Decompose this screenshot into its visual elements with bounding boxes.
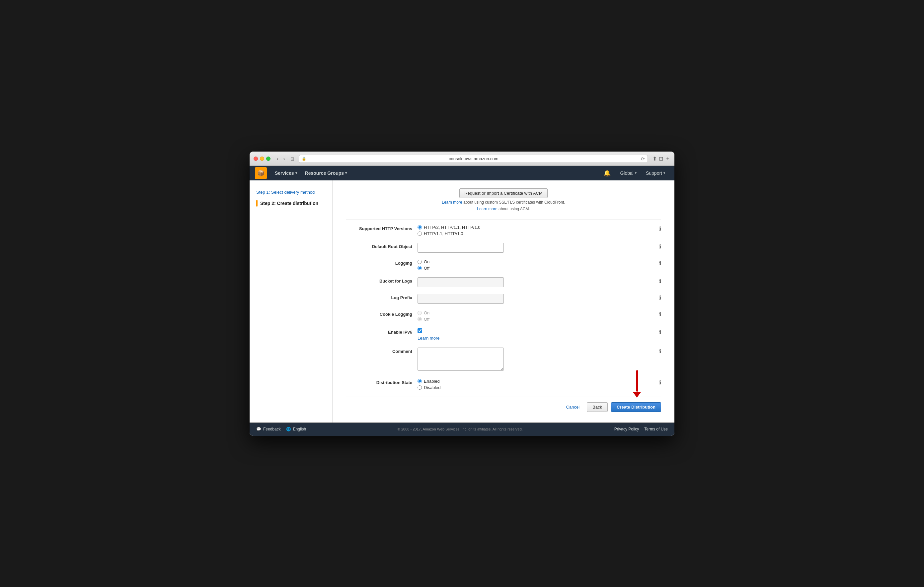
learn-more-ssl-link[interactable]: Learn more <box>442 200 462 205</box>
aws-logo[interactable]: 📦 <box>255 167 267 179</box>
support-nav-item[interactable]: Support ▾ <box>642 166 669 181</box>
arrow-head-icon <box>633 392 641 398</box>
cookie-logging-info-icon[interactable]: ℹ <box>659 311 661 317</box>
ipv6-checkbox-option[interactable] <box>417 328 655 333</box>
resource-groups-label: Resource Groups <box>305 171 344 176</box>
maximize-button[interactable] <box>266 156 271 161</box>
browser-titlebar: ‹ › ⊡ 🔒 console.aws.amazon.com ⟳ ⬆ ⊡ ＋ <box>249 151 675 166</box>
log-prefix-row: Log Prefix ℹ <box>346 294 661 304</box>
learn-more-acm-link[interactable]: Learn more <box>477 207 497 211</box>
http2-label: HTTP/2, HTTP/1.1, HTTP/1.0 <box>424 225 480 230</box>
distribution-state-content: Enabled Disabled ℹ <box>417 379 661 390</box>
back-button[interactable]: Back <box>587 402 608 412</box>
http-versions-info-icon[interactable]: ℹ <box>659 225 661 232</box>
distribution-state-row: Distribution State Enabled Disabled <box>346 379 661 390</box>
comment-textarea[interactable] <box>417 347 504 371</box>
http2-option[interactable]: HTTP/2, HTTP/1.1, HTTP/1.0 <box>417 225 655 230</box>
cookie-off-label: Off <box>424 317 429 322</box>
global-nav-item[interactable]: Global ▾ <box>616 166 640 181</box>
logging-on-label: On <box>424 259 429 264</box>
feedback-icon: 💬 <box>256 427 261 431</box>
logging-off-option[interactable]: Off <box>417 266 655 271</box>
bucket-logs-row: Bucket for Logs ℹ <box>346 277 661 287</box>
comment-fields <box>417 347 655 372</box>
feedback-item[interactable]: 💬 Feedback <box>256 427 281 431</box>
logging-info-icon[interactable]: ℹ <box>659 260 661 266</box>
global-label: Global <box>620 171 633 176</box>
forward-nav-button[interactable]: › <box>281 155 286 163</box>
browser-actions: ⬆ ⊡ ＋ <box>652 155 670 162</box>
cookie-on-option[interactable]: On <box>417 311 655 316</box>
bell-nav-item[interactable]: 🔔 <box>599 166 615 181</box>
bucket-logs-info-icon[interactable]: ℹ <box>659 278 661 284</box>
bucket-logs-input[interactable] <box>417 277 504 287</box>
disabled-option[interactable]: Disabled <box>417 385 655 390</box>
http2-radio[interactable] <box>417 225 422 230</box>
sidebar: Step 1: Select delivery method Step 2: C… <box>249 181 333 423</box>
enabled-label: Enabled <box>424 379 440 384</box>
reload-button[interactable]: ⟳ <box>641 156 645 161</box>
logging-fields: On Off <box>417 259 655 271</box>
http11-label: HTTP/1.1, HTTP/1.0 <box>424 231 463 236</box>
globe-icon: 🌐 <box>286 427 291 431</box>
step2-label: Step 2: Create distribution <box>260 201 318 206</box>
fullscreen-button[interactable]: ⊡ <box>659 155 663 162</box>
content-area: Request or Import a Certificate with ACM… <box>333 181 675 423</box>
default-root-fields <box>417 243 655 253</box>
logging-on-option[interactable]: On <box>417 259 655 264</box>
footer-left: 💬 Feedback 🌐 English <box>256 427 306 431</box>
log-prefix-info-icon[interactable]: ℹ <box>659 294 661 301</box>
distribution-state-fields: Enabled Disabled <box>417 379 655 390</box>
http-versions-row: Supported HTTP Versions HTTP/2, HTTP/1.1… <box>346 225 661 236</box>
minimize-button[interactable] <box>260 156 264 161</box>
learn-more-ipv6-link[interactable]: Learn more <box>417 335 439 340</box>
bucket-logs-fields <box>417 277 655 287</box>
privacy-policy-link[interactable]: Privacy Policy <box>614 427 639 431</box>
ipv6-checkbox[interactable] <box>417 328 422 333</box>
share-button[interactable]: ⬆ <box>652 155 657 162</box>
enabled-option[interactable]: Enabled <box>417 379 655 384</box>
http11-option[interactable]: HTTP/1.1, HTTP/1.0 <box>417 231 655 236</box>
address-bar[interactable]: 🔒 console.aws.amazon.com ⟳ <box>299 155 648 163</box>
comment-label: Comment <box>346 347 412 354</box>
aws-top-nav: 📦 Services ▾ Resource Groups ▾ 🔔 Global … <box>249 166 675 181</box>
logging-off-radio[interactable] <box>417 266 422 270</box>
distribution-state-info-icon[interactable]: ℹ <box>659 380 661 386</box>
enabled-radio[interactable] <box>417 379 422 383</box>
logging-on-radio[interactable] <box>417 260 422 264</box>
terms-of-use-link[interactable]: Terms of Use <box>644 427 668 431</box>
bucket-logs-content: ℹ <box>417 277 661 287</box>
back-nav-button[interactable]: ‹ <box>275 155 280 163</box>
resource-groups-nav-item[interactable]: Resource Groups ▾ <box>301 166 351 181</box>
default-root-info-icon[interactable]: ℹ <box>659 243 661 250</box>
log-prefix-fields <box>417 294 655 304</box>
log-prefix-input[interactable] <box>417 294 504 304</box>
cookie-off-option[interactable]: Off <box>417 317 655 322</box>
http-versions-radio-group: HTTP/2, HTTP/1.1, HTTP/1.0 HTTP/1.1, HTT… <box>417 225 655 236</box>
close-button[interactable] <box>254 156 258 161</box>
services-nav-item[interactable]: Services ▾ <box>271 166 301 181</box>
section-divider <box>346 219 661 220</box>
http-versions-content: HTTP/2, HTTP/1.1, HTTP/1.0 HTTP/1.1, HTT… <box>417 225 661 236</box>
comment-info-icon[interactable]: ℹ <box>659 348 661 355</box>
disabled-radio[interactable] <box>417 385 422 390</box>
enable-ipv6-label: Enable IPv6 <box>346 328 412 335</box>
create-distribution-button[interactable]: Create Distribution <box>611 402 661 412</box>
cookie-on-radio[interactable] <box>417 311 422 315</box>
disabled-label: Disabled <box>424 385 441 390</box>
cancel-button[interactable]: Cancel <box>562 402 584 412</box>
resource-groups-caret-icon: ▾ <box>345 171 347 175</box>
acm-button[interactable]: Request or Import a Certificate with ACM <box>459 188 548 198</box>
bottom-actions: Cancel Back Create Distribution <box>346 397 661 414</box>
http11-radio[interactable] <box>417 232 422 236</box>
ipv6-info-icon[interactable]: ℹ <box>659 329 661 335</box>
sidebar-step1[interactable]: Step 1: Select delivery method <box>249 187 332 197</box>
reader-button[interactable]: ⊡ <box>289 155 296 163</box>
sidebar-step2[interactable]: Step 2: Create distribution <box>249 197 332 209</box>
default-root-label: Default Root Object <box>346 243 412 249</box>
new-tab-button[interactable]: ＋ <box>665 155 670 162</box>
acm-learn-more-text: Learn more about using ACM. <box>346 207 661 211</box>
language-item[interactable]: 🌐 English <box>286 427 306 431</box>
default-root-input[interactable] <box>417 243 504 253</box>
cookie-off-radio[interactable] <box>417 317 422 321</box>
